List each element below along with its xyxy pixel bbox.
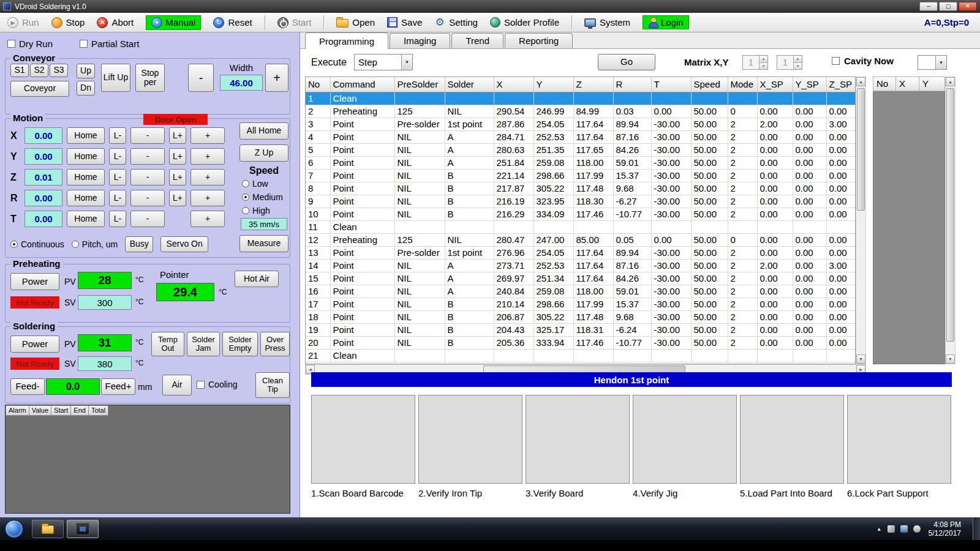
feed-plus-button[interactable]: Feed+	[101, 378, 135, 395]
jog-plus-button[interactable]: +	[190, 211, 225, 227]
lift-up-button[interactable]: Lift Up	[101, 64, 130, 92]
tab-reporting[interactable]: Reporting	[505, 33, 573, 48]
solder-jam-button[interactable]: Solder Jam	[187, 332, 220, 356]
z-up-button[interactable]: Z Up	[239, 144, 288, 162]
stop-button[interactable]: Stop	[51, 17, 85, 28]
column-header[interactable]: Y_SP	[793, 77, 826, 92]
conveyor-button[interactable]: Coveyor	[10, 81, 69, 97]
jog-minus-button[interactable]: -	[130, 211, 165, 227]
conveyor-down-button[interactable]: Dn	[77, 81, 95, 96]
l-plus-button[interactable]: L+	[169, 169, 186, 186]
start-button[interactable]	[5, 520, 23, 538]
up-arrow-icon[interactable]	[793, 56, 802, 62]
l-minus-button[interactable]: L-	[109, 148, 126, 165]
scrollbar-thumb[interactable]	[946, 88, 954, 342]
maximize-button[interactable]	[939, 2, 957, 11]
manual-button[interactable]: Manual	[146, 15, 201, 30]
column-header[interactable]: Solder	[445, 77, 494, 92]
home-button[interactable]: Home	[67, 211, 105, 227]
hot-air-button[interactable]: Hot Air	[235, 271, 279, 287]
program-row[interactable]: 3PointPre-solder1st point287.86254.05117…	[306, 118, 856, 130]
continuous-radio[interactable]: Continuous	[10, 239, 64, 249]
column-header[interactable]: Command	[330, 77, 394, 92]
app-taskbar-button[interactable]	[67, 520, 99, 538]
minimize-button[interactable]	[919, 2, 938, 11]
program-row[interactable]: 15PointNILA269.97251.34117.6484.26-30.00…	[306, 272, 856, 285]
l-plus-button[interactable]: L+	[169, 127, 186, 144]
servo-on-button[interactable]: Servo On	[160, 236, 208, 252]
speed-option-low[interactable]: Low	[242, 179, 283, 189]
program-row[interactable]: 12Preheating125NIL280.47247.0085.000.050…	[306, 233, 856, 246]
column-header[interactable]: Speed	[691, 77, 728, 92]
explorer-taskbar-button[interactable]	[32, 520, 64, 538]
abort-button[interactable]: Abort	[97, 17, 134, 28]
program-row[interactable]: 10PointNILB216.29334.09117.46-10.77-30.0…	[306, 208, 856, 220]
program-row[interactable]: 19PointNILB204.43325.17118.31-6.24-30.00…	[306, 323, 856, 336]
width-minus-button[interactable]: -	[188, 64, 214, 92]
up-arrow-icon[interactable]	[759, 56, 767, 62]
jog-minus-button[interactable]: -	[130, 169, 165, 186]
column-header[interactable]: Mode	[728, 77, 757, 92]
program-row[interactable]: 11Clean	[306, 220, 856, 233]
close-button[interactable]	[959, 2, 977, 11]
cooling-checkbox[interactable]: Cooling	[197, 380, 237, 389]
tray-expand-icon[interactable]	[876, 526, 882, 532]
column-header[interactable]: Alarm	[6, 405, 29, 416]
all-home-button[interactable]: All Home	[239, 122, 288, 140]
matrix-x-stepper[interactable]: 1	[742, 55, 768, 70]
jog-minus-button[interactable]: -	[130, 127, 165, 144]
scrollbar-thumb[interactable]	[857, 88, 865, 211]
clean-tip-button[interactable]: Clean Tip	[255, 372, 290, 398]
program-row[interactable]: 13PointPre-solder1st point276.96254.0511…	[306, 246, 856, 259]
feed-minus-button[interactable]: Feed-	[10, 378, 45, 395]
program-row[interactable]: 7PointNILB221.14298.66117.9915.37-30.005…	[306, 169, 856, 182]
column-header[interactable]: PreSolder	[394, 77, 445, 92]
program-row[interactable]: 4PointNILA284.71252.53117.6487.16-30.005…	[306, 130, 856, 143]
column-header[interactable]: X	[896, 77, 919, 91]
jog-plus-button[interactable]: +	[190, 169, 225, 186]
tab-trend[interactable]: Trend	[451, 33, 503, 48]
column-header[interactable]: Y	[533, 77, 573, 92]
air-button[interactable]: Air	[162, 375, 192, 395]
program-row[interactable]: 18PointNILB206.87305.22117.489.68-30.005…	[306, 310, 856, 323]
program-table-vscrollbar[interactable]: ▲ ▼	[856, 77, 866, 364]
l-minus-button[interactable]: L-	[109, 127, 126, 144]
go-button[interactable]: Go	[598, 54, 655, 70]
run-button[interactable]: Run	[7, 17, 39, 28]
l-plus-button[interactable]: L+	[169, 148, 186, 165]
open-button[interactable]: Open	[336, 17, 375, 28]
solder-empty-button[interactable]: Solder Empty	[222, 332, 258, 356]
width-plus-button[interactable]: +	[265, 64, 288, 92]
system-button[interactable]: System	[584, 17, 630, 28]
column-header[interactable]: R	[613, 77, 651, 92]
l-minus-button[interactable]: L-	[109, 190, 126, 206]
column-header[interactable]: Y	[919, 77, 945, 91]
program-row[interactable]: 8PointNILB217.87305.22117.489.68-30.0050…	[306, 182, 856, 195]
home-button[interactable]: Home	[67, 169, 105, 186]
network-icon[interactable]	[900, 525, 908, 533]
down-arrow-icon[interactable]	[793, 62, 802, 70]
program-row[interactable]: 14PointNILA273.71252.53117.6487.16-30.00…	[306, 259, 856, 272]
program-row[interactable]: 5PointNILA280.63251.35117.6584.26-30.005…	[306, 143, 856, 156]
setting-button[interactable]: Setting	[434, 17, 478, 28]
program-row[interactable]: 9PointNILB216.19323.95118.30-6.27-30.005…	[306, 195, 856, 208]
jog-minus-button[interactable]: -	[130, 148, 165, 165]
station-2-button[interactable]: S2	[30, 64, 48, 77]
action-center-icon[interactable]	[888, 525, 895, 533]
jog-plus-button[interactable]: +	[190, 127, 225, 144]
program-row[interactable]: 17PointNILB210.14298.66117.9915.37-30.00…	[306, 298, 856, 310]
side-table-vscrollbar[interactable]: ▲ ▼	[945, 77, 956, 364]
program-row[interactable]: 21Clean	[306, 349, 856, 362]
program-row[interactable]: 2Preheating125NIL290.54246.9984.990.030.…	[306, 105, 856, 118]
scroll-down-arrow[interactable]: ▼	[946, 354, 955, 364]
over-press-button[interactable]: Over Press	[260, 332, 290, 356]
column-header[interactable]: Total	[89, 405, 108, 416]
volume-icon[interactable]	[913, 525, 921, 533]
cavity-dropdown[interactable]	[918, 55, 947, 70]
scroll-down-arrow[interactable]: ▼	[856, 354, 865, 364]
station-1-button[interactable]: S1	[10, 64, 29, 77]
column-header[interactable]: End	[71, 405, 89, 416]
home-button[interactable]: Home	[67, 127, 105, 144]
scroll-up-arrow[interactable]: ▲	[946, 77, 955, 86]
column-header[interactable]: No	[306, 77, 330, 92]
